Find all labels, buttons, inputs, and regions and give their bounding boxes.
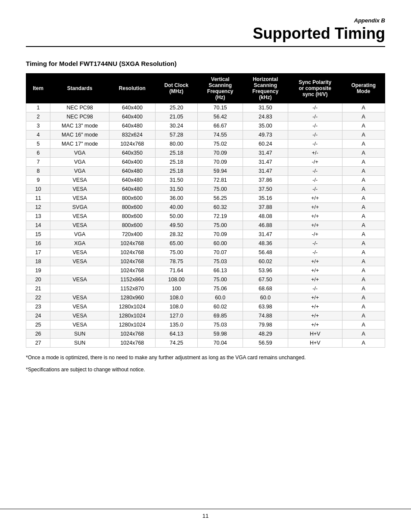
table-cell: 67.50 xyxy=(243,275,288,284)
table-cell: 48.08 xyxy=(243,212,288,221)
table-cell: VESA xyxy=(50,248,109,257)
table-cell: 65.00 xyxy=(155,239,198,248)
table-cell: 108.00 xyxy=(155,275,198,284)
table-cell: 31.50 xyxy=(243,103,288,112)
table-cell: SVGA xyxy=(50,203,109,212)
table-cell: VGA xyxy=(50,149,109,158)
table-cell: 49.50 xyxy=(155,221,198,230)
table-cell: 71.64 xyxy=(155,266,198,275)
table-cell: 6 xyxy=(26,149,50,158)
table-cell: 31.47 xyxy=(243,230,288,239)
table-row: 3MAC 13" mode640x48030.2466.6735.00-/-A xyxy=(26,121,385,131)
table-cell: 12 xyxy=(26,203,50,212)
table-cell: 56.25 xyxy=(198,194,243,203)
table-cell: SUN xyxy=(50,330,109,339)
table-cell: A xyxy=(342,330,385,339)
table-cell: A xyxy=(342,284,385,293)
table-cell: 60.0 xyxy=(243,293,288,302)
table-cell: 70.15 xyxy=(198,103,243,112)
table-cell: 1280x1024 xyxy=(109,311,156,320)
table-cell: -/- xyxy=(288,131,342,140)
table-cell: -/- xyxy=(288,103,342,112)
table-row: 23VESA1280x1024108.060.0263.98+/+A xyxy=(26,302,385,311)
table-cell: A xyxy=(342,112,385,121)
table-cell: 800x600 xyxy=(109,203,156,212)
table-cell: A xyxy=(342,311,385,320)
table-row: 9VESA640x48031.5072.8137.86-/-A xyxy=(26,176,385,185)
table-cell: 15 xyxy=(26,230,50,239)
table-cell: 1152x870 xyxy=(109,284,156,293)
table-cell: NEC PC98 xyxy=(50,112,109,121)
table-cell: 56.48 xyxy=(243,248,288,257)
table-cell: -/- xyxy=(288,167,342,176)
table-cell: 640x480 xyxy=(109,176,156,185)
table-row: 5MAC 17" mode1024x76880.0075.0260.24-/-A xyxy=(26,140,385,149)
table-cell: 35.16 xyxy=(243,194,288,203)
table-cell: 127.0 xyxy=(155,311,198,320)
table-cell: 640x350 xyxy=(109,149,156,158)
table-row: 25VESA1280x1024135.075.0379.98+/+A xyxy=(26,320,385,330)
table-cell: 21.05 xyxy=(155,112,198,121)
table-row: 4MAC 16" mode832x62457.2874.5549.73-/-A xyxy=(26,131,385,140)
col-mode: OperatingMode xyxy=(342,74,385,103)
table-cell: 53.96 xyxy=(243,266,288,275)
table-cell: 31.47 xyxy=(243,167,288,176)
table-cell: VESA xyxy=(50,293,109,302)
table-cell: 60.0 xyxy=(198,293,243,302)
table-cell: 11 xyxy=(26,194,50,203)
table-cell: 10 xyxy=(26,185,50,194)
table-row: 13VESA800x60050.0072.1948.08+/+A xyxy=(26,212,385,221)
table-cell: +/- xyxy=(288,149,342,158)
table-row: 191024x76871.6466.1353.96+/+A xyxy=(26,266,385,275)
table-cell: 49.73 xyxy=(243,131,288,140)
table-cell: 3 xyxy=(26,121,50,131)
footer: 11 xyxy=(0,509,411,519)
table-cell: 75.00 xyxy=(198,275,243,284)
table-cell: 1 xyxy=(26,103,50,112)
col-horizontal: HorizontalScanningFrequency(kHz) xyxy=(243,74,288,103)
table-cell: 66.13 xyxy=(198,266,243,275)
table-cell: MAC 17" mode xyxy=(50,140,109,149)
section-title: Timing for Model FWT1744NU (SXGA Resolut… xyxy=(26,60,385,67)
table-cell: +/+ xyxy=(288,302,342,311)
table-cell: 75.02 xyxy=(198,140,243,149)
table-cell: 80.00 xyxy=(155,140,198,149)
table-cell: +/+ xyxy=(288,212,342,221)
table-cell: 60.24 xyxy=(243,140,288,149)
table-cell: 25.18 xyxy=(155,158,198,167)
table-cell: 27 xyxy=(26,339,50,348)
table-cell: 16 xyxy=(26,239,50,248)
footnotes: *Once a mode is optimized, there is no n… xyxy=(26,354,385,373)
table-cell: 31.47 xyxy=(243,158,288,167)
table-cell: 70.09 xyxy=(198,158,243,167)
table-cell: 100 xyxy=(155,284,198,293)
table-cell: VESA xyxy=(50,257,109,266)
table-cell: 37.88 xyxy=(243,203,288,212)
table-cell: 50.00 xyxy=(155,212,198,221)
table-cell: 640x400 xyxy=(109,158,156,167)
table-cell: A xyxy=(342,275,385,284)
table-cell: 63.98 xyxy=(243,302,288,311)
table-cell: 68.68 xyxy=(243,284,288,293)
table-cell: 800x600 xyxy=(109,221,156,230)
table-cell: 19 xyxy=(26,266,50,275)
table-cell: 108.0 xyxy=(155,293,198,302)
table-cell: A xyxy=(342,131,385,140)
table-cell: A xyxy=(342,221,385,230)
table-cell: 37.86 xyxy=(243,176,288,185)
table-cell: VESA xyxy=(50,275,109,284)
table-cell: 17 xyxy=(26,248,50,257)
table-cell: 4 xyxy=(26,131,50,140)
table-cell: A xyxy=(342,266,385,275)
table-cell: 1024x768 xyxy=(109,330,156,339)
col-resolution: Resolution xyxy=(109,74,156,103)
table-cell: VESA xyxy=(50,185,109,194)
appendix-label: Appendix B xyxy=(26,17,385,24)
table-cell: VESA xyxy=(50,302,109,311)
table-cell: 30.24 xyxy=(155,121,198,131)
table-cell: A xyxy=(342,203,385,212)
table-cell: 75.03 xyxy=(198,257,243,266)
table-header-row: Item Standards Resolution Dot Clock(MHz)… xyxy=(26,74,385,103)
table-row: 12SVGA800x60040.0060.3237.88+/+A xyxy=(26,203,385,212)
table-cell: VGA xyxy=(50,167,109,176)
